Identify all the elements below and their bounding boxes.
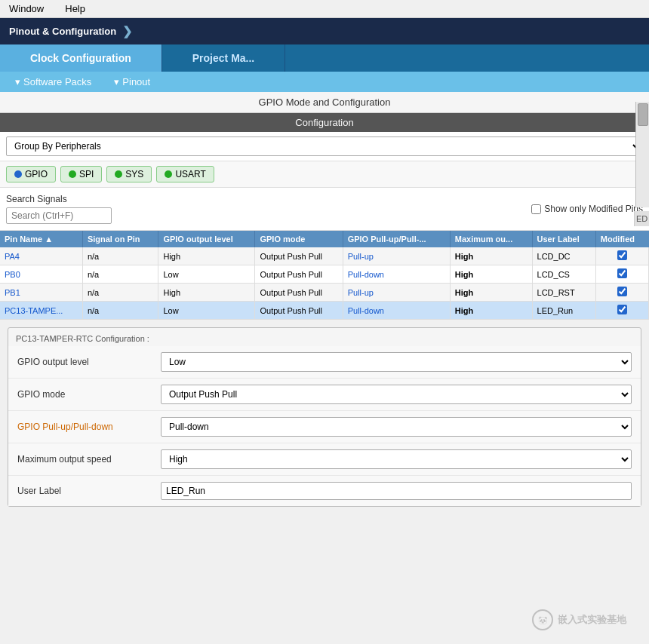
table-row[interactable]: PC13-TAMPE... n/a Low Output Push Pull P… [0, 302, 649, 320]
filter-spi-label: SPI [79, 169, 94, 179]
cell-output-level: Low [158, 302, 255, 320]
modified-checkbox[interactable] [617, 287, 627, 296]
cell-max-out: High [450, 247, 532, 265]
tab-project-manager[interactable]: Project Ma... [162, 44, 285, 72]
cell-pin-name: PB0 [0, 265, 82, 284]
cell-pull: Pull-down [343, 265, 450, 284]
config-select-max-speed[interactable]: Low Medium High [161, 449, 632, 469]
breadcrumb-bar: Pinout & Configuration ❯ [0, 18, 649, 44]
col-max-out[interactable]: Maximum ou... [450, 231, 532, 247]
breadcrumb-label: Pinout & Configuration [9, 26, 116, 37]
chevron-down-icon: ▾ [15, 76, 20, 87]
table-row[interactable]: PA4 n/a High Output Push Pull Pull-up Hi… [0, 247, 649, 265]
scrollbar-thumb[interactable] [638, 103, 648, 126]
cell-user-label: LCD_CS [532, 265, 595, 284]
sub-tab-pinout[interactable]: ▾ Pinout [114, 76, 150, 87]
config-select-output-level[interactable]: Low High [161, 352, 632, 372]
cell-gpio-mode: Output Push Pull [255, 265, 343, 284]
config-row-user-label: User Label [8, 476, 641, 506]
sys-dot-icon [115, 170, 122, 178]
group-by-select[interactable]: Group By Peripherals Group By IPs [6, 136, 643, 156]
modified-checkbox[interactable] [617, 268, 627, 278]
menu-window[interactable]: Window [6, 2, 47, 16]
cell-user-label: LED_Run [532, 302, 595, 320]
menu-bar: Window Help [0, 0, 649, 18]
config-row-gpio-mode: GPIO mode Output Push Pull Output Open D… [8, 379, 641, 411]
search-signals-label: Search Signals [6, 194, 112, 204]
config-panel-outer: PC13-TAMPER-RTC Configuration : GPIO out… [8, 327, 641, 507]
cell-output-level: High [158, 284, 255, 302]
col-user-label[interactable]: User Label [532, 231, 595, 247]
right-panel-label: ED [634, 211, 649, 226]
filter-sys[interactable]: SYS [106, 166, 152, 182]
col-pull[interactable]: GPIO Pull-up/Pull-... [343, 231, 450, 247]
gpio-dot-icon [14, 170, 22, 178]
tabs-bar: Clock Configuration Project Ma... [0, 44, 649, 72]
config-header: Configuration [0, 113, 649, 132]
filter-usart-label: USART [175, 169, 205, 179]
sub-tab-software-packs[interactable]: ▾ Software Packs [15, 76, 91, 87]
config-label-pull: GPIO Pull-up/Pull-down [17, 422, 153, 432]
cell-pull: Pull-down [343, 302, 450, 320]
filter-sys-label: SYS [125, 169, 143, 179]
search-input[interactable] [6, 207, 112, 224]
tab-clock-configuration[interactable]: Clock Configuration [0, 44, 162, 72]
scrollbar[interactable] [635, 102, 649, 207]
filter-spi[interactable]: SPI [60, 166, 102, 182]
cell-output-level: Low [158, 265, 255, 284]
filter-gpio[interactable]: GPIO [6, 166, 56, 182]
cell-modified [595, 265, 648, 284]
config-panel-title: PC13-TAMPER-RTC Configuration : [16, 334, 641, 343]
watermark: 🐼 嵌入式实验基地 [532, 609, 626, 630]
cell-pin-name: PB1 [0, 284, 82, 302]
sub-tabs-bar: ▾ Software Packs ▾ Pinout [0, 72, 649, 92]
config-select-pull[interactable]: No pull-up and no pull-down Pull-up Pull… [161, 417, 632, 437]
config-row-pull: GPIO Pull-up/Pull-down No pull-up and no… [8, 411, 641, 443]
config-label-output-level: GPIO output level [17, 357, 153, 367]
show-modified-row: Show only Modified Pins [531, 204, 643, 214]
cell-pin-name: PA4 [0, 247, 82, 265]
watermark-icon: 🐼 [532, 609, 553, 630]
chevron-down-icon: ▾ [114, 76, 119, 87]
col-pin-name[interactable]: Pin Name ▲ [0, 231, 82, 247]
menu-help[interactable]: Help [62, 2, 88, 16]
cell-signal: n/a [82, 284, 158, 302]
modified-checkbox[interactable] [617, 305, 627, 314]
config-label-user-label: User Label [17, 486, 153, 496]
cell-output-level: High [158, 247, 255, 265]
gpio-section-title: GPIO Mode and Configuration [0, 92, 649, 113]
config-select-gpio-mode[interactable]: Output Push Pull Output Open Drain [161, 385, 632, 404]
filter-gpio-label: GPIO [25, 169, 48, 179]
table-container: Pin Name ▲ Signal on Pin GPIO output lev… [0, 231, 649, 320]
table-row[interactable]: PB1 n/a High Output Push Pull Pull-up Hi… [0, 284, 649, 302]
cell-gpio-mode: Output Push Pull [255, 247, 343, 265]
cell-pin-name: PC13-TAMPE... [0, 302, 82, 320]
usart-dot-icon [165, 170, 172, 178]
modified-checkbox[interactable] [617, 250, 627, 260]
show-modified-checkbox[interactable] [531, 204, 541, 214]
cell-modified [595, 247, 648, 265]
cell-user-label: LCD_RST [532, 284, 595, 302]
show-modified-label: Show only Modified Pins [544, 204, 643, 214]
cell-pull: Pull-up [343, 247, 450, 265]
col-signal[interactable]: Signal on Pin [82, 231, 158, 247]
breadcrumb-arrow-icon: ❯ [122, 24, 132, 38]
cell-signal: n/a [82, 265, 158, 284]
cell-signal: n/a [82, 247, 158, 265]
filter-usart[interactable]: USART [156, 166, 214, 182]
cell-user-label: LCD_DC [532, 247, 595, 265]
col-output-level[interactable]: GPIO output level [158, 231, 255, 247]
group-by-row: Group By Peripherals Group By IPs [0, 132, 649, 161]
col-gpio-mode[interactable]: GPIO mode [255, 231, 343, 247]
cell-max-out: High [450, 284, 532, 302]
cell-gpio-mode: Output Push Pull [255, 302, 343, 320]
config-input-user-label[interactable] [161, 482, 632, 500]
col-modified[interactable]: Modified [595, 231, 648, 247]
table-row[interactable]: PB0 n/a Low Output Push Pull Pull-down H… [0, 265, 649, 284]
search-row: Search Signals Show only Modified Pins [0, 188, 649, 231]
config-row-output-level: GPIO output level Low High [8, 346, 641, 379]
config-row-max-speed: Maximum output speed Low Medium High [8, 443, 641, 476]
config-label-max-speed: Maximum output speed [17, 454, 153, 465]
gpio-table: Pin Name ▲ Signal on Pin GPIO output lev… [0, 231, 649, 320]
spi-dot-icon [69, 170, 76, 178]
